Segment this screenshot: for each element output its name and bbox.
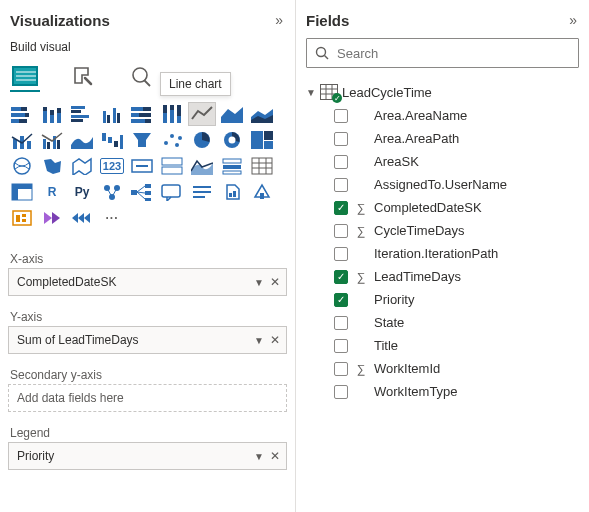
field-checkbox[interactable] xyxy=(334,247,348,261)
yaxis-remove-icon[interactable]: ✕ xyxy=(270,333,280,347)
viz-waterfall[interactable] xyxy=(98,128,126,152)
svg-rect-102 xyxy=(22,219,26,222)
svg-point-103 xyxy=(317,48,326,57)
field-checkbox[interactable] xyxy=(334,385,348,399)
tab-analytics[interactable] xyxy=(126,62,156,90)
yaxis-well: Y-axis Sum of LeadTimeDays ▼ ✕ xyxy=(8,304,287,354)
field-checkbox[interactable] xyxy=(334,155,348,169)
field-checkbox[interactable] xyxy=(334,109,348,123)
legend-chevron-icon[interactable]: ▼ xyxy=(254,451,264,462)
search-input[interactable] xyxy=(335,45,570,62)
legend-remove-icon[interactable]: ✕ xyxy=(270,449,280,463)
xaxis-remove-icon[interactable]: ✕ xyxy=(270,275,280,289)
viz-azure-map[interactable] xyxy=(68,154,96,178)
tab-build-visual[interactable] xyxy=(10,62,40,90)
viz-filled-map[interactable] xyxy=(38,154,66,178)
svg-rect-85 xyxy=(131,190,137,195)
viz-matrix[interactable] xyxy=(8,180,36,204)
viz-stacked-bar[interactable] xyxy=(8,102,36,126)
viz-kpi[interactable] xyxy=(188,154,216,178)
viz-line-stacked-column[interactable] xyxy=(8,128,36,152)
field-row[interactable]: ∑WorkItemId xyxy=(332,357,581,380)
field-checkbox[interactable] xyxy=(334,178,348,192)
viz-pie[interactable] xyxy=(188,128,216,152)
fields-tree: ▼ ✓ LeadCycleTime Area.AreaNameArea.Area… xyxy=(304,78,581,403)
viz-map[interactable] xyxy=(8,154,36,178)
legend-field[interactable]: Priority ▼ ✕ xyxy=(8,442,287,470)
viz-100-stacked-column[interactable] xyxy=(158,102,186,126)
viz-power-apps[interactable] xyxy=(8,206,36,230)
viz-scatter[interactable] xyxy=(158,128,186,152)
viz-stacked-column[interactable] xyxy=(38,102,66,126)
viz-clustered-column[interactable] xyxy=(98,102,126,126)
viz-multi-row-card[interactable] xyxy=(158,154,186,178)
search-icon xyxy=(315,46,329,60)
viz-100-stacked-bar[interactable] xyxy=(128,102,156,126)
xaxis-chevron-icon[interactable]: ▼ xyxy=(254,277,264,288)
viz-line-chart[interactable] xyxy=(188,102,216,126)
secondary-yaxis-field[interactable]: Add data fields here xyxy=(8,384,287,412)
field-checkbox[interactable] xyxy=(334,362,348,376)
svg-rect-50 xyxy=(108,137,112,143)
field-checkbox[interactable] xyxy=(334,316,348,330)
field-label: Title xyxy=(374,338,398,353)
field-row[interactable]: AssignedTo.UserName xyxy=(332,173,581,196)
viz-gauge[interactable]: 123 xyxy=(98,154,126,178)
viz-subhead: Build visual xyxy=(8,38,287,58)
viz-table[interactable] xyxy=(248,154,276,178)
viz-power-automate[interactable] xyxy=(38,206,66,230)
viz-slicer[interactable] xyxy=(218,154,246,178)
field-checkbox[interactable] xyxy=(334,339,348,353)
svg-rect-23 xyxy=(103,111,106,123)
viz-donut[interactable] xyxy=(218,128,246,152)
field-checkbox[interactable] xyxy=(334,224,348,238)
viz-qa[interactable] xyxy=(158,180,186,204)
collapse-viz-icon[interactable]: » xyxy=(273,10,285,30)
field-row[interactable]: ✓∑LeadTimeDays xyxy=(332,265,581,288)
tab-format[interactable] xyxy=(68,62,98,90)
search-box[interactable] xyxy=(306,38,579,68)
viz-ribbon-chart[interactable] xyxy=(68,128,96,152)
field-row[interactable]: WorkItemType xyxy=(332,380,581,403)
viz-line-clustered-column[interactable] xyxy=(38,128,66,152)
viz-treemap[interactable] xyxy=(248,128,276,152)
viz-decomposition-tree[interactable] xyxy=(128,180,156,204)
field-checkbox[interactable]: ✓ xyxy=(334,201,348,215)
viz-area-chart[interactable] xyxy=(218,102,246,126)
svg-rect-38 xyxy=(177,116,181,123)
viz-stacked-area[interactable] xyxy=(248,102,276,126)
table-node[interactable]: ▼ ✓ LeadCycleTime xyxy=(304,80,581,104)
collapse-fields-icon[interactable]: » xyxy=(567,10,579,30)
yaxis-chevron-icon[interactable]: ▼ xyxy=(254,335,264,346)
build-visual-icon xyxy=(12,66,38,86)
viz-py-visual[interactable]: Py xyxy=(68,180,96,204)
field-row[interactable]: AreaSK xyxy=(332,150,581,173)
field-row[interactable]: Iteration.IterationPath xyxy=(332,242,581,265)
field-checkbox[interactable]: ✓ xyxy=(334,270,348,284)
field-row[interactable]: State xyxy=(332,311,581,334)
field-checkbox[interactable]: ✓ xyxy=(334,293,348,307)
viz-funnel[interactable] xyxy=(128,128,156,152)
field-row[interactable]: ∑CycleTimeDays xyxy=(332,219,581,242)
viz-clustered-bar[interactable] xyxy=(68,102,96,126)
viz-card[interactable] xyxy=(128,154,156,178)
field-row[interactable]: Area.AreaName xyxy=(332,104,581,127)
yaxis-field[interactable]: Sum of LeadTimeDays ▼ ✕ xyxy=(8,326,287,354)
field-row[interactable]: Title xyxy=(332,334,581,357)
viz-metrics[interactable] xyxy=(248,180,276,204)
viz-smart-narrative[interactable] xyxy=(188,180,216,204)
field-row[interactable]: ✓Priority xyxy=(332,288,581,311)
viz-paginated[interactable] xyxy=(218,180,246,204)
viz-get-more[interactable] xyxy=(68,206,96,230)
yaxis-label: Y-axis xyxy=(8,304,287,326)
xaxis-value: CompletedDateSK xyxy=(17,275,116,289)
viz-r-visual[interactable]: R xyxy=(38,180,66,204)
field-checkbox[interactable] xyxy=(334,132,348,146)
xaxis-field[interactable]: CompletedDateSK ▼ ✕ xyxy=(8,268,287,296)
field-row[interactable]: Area.AreaPath xyxy=(332,127,581,150)
viz-key-influencers[interactable] xyxy=(98,180,126,204)
field-row[interactable]: ✓∑CompletedDateSK xyxy=(332,196,581,219)
viz-more-options[interactable]: ··· xyxy=(98,206,126,230)
svg-rect-97 xyxy=(233,191,236,197)
svg-rect-28 xyxy=(131,107,143,111)
